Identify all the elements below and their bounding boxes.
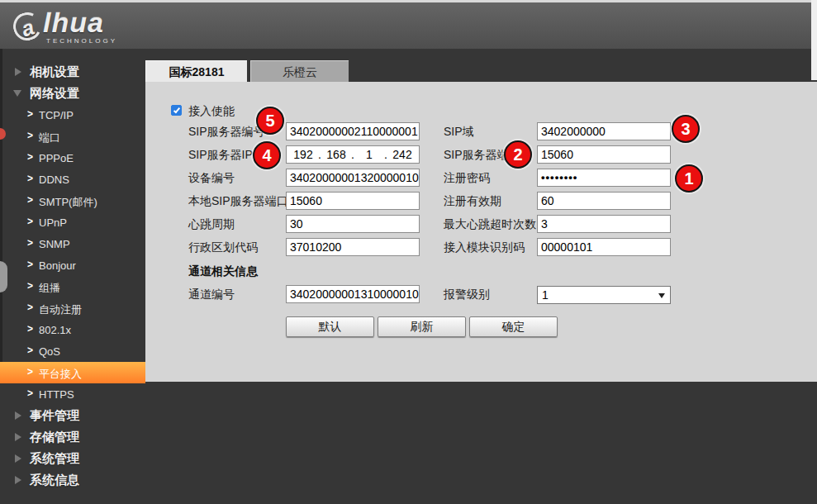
tab-gb28181[interactable]: 国标28181 [145,60,247,82]
alarm-level-label: 报警级别 [444,285,490,303]
chevron-right-icon: > [27,151,33,163]
sidebar-item-label: SNMP [39,238,70,250]
sidebar-group-event[interactable]: 事件管理 [0,405,145,426]
annotation-circle-1: 1 [675,164,703,193]
enable-checkbox-label: 接入使能 [188,104,235,119]
sidebar-item-label: 自动注册 [39,302,82,317]
sidebar-item-qos[interactable]: > QoS [0,340,145,362]
sidebar-item-label: 组播 [39,281,60,296]
sidebar-group-system[interactable]: 系统管理 [0,448,145,469]
sip-server-port-input[interactable]: 15060 [537,145,671,164]
sidebar-item-label: DDNS [39,174,69,186]
heartbeat-period-input[interactable]: 30 [286,215,420,233]
sidebar-group-network[interactable]: 网络设置 [0,83,145,104]
sidebar-item-https[interactable]: > HTTPS [0,383,145,405]
chevron-right-icon: > [27,345,33,356]
sidebar-item-auto-register[interactable]: > 自动注册 [0,297,145,319]
header-band [0,2,817,49]
chevron-right-icon: > [27,280,33,292]
local-sip-port-input[interactable]: 15060 [286,192,420,210]
sidebar-item-pppoe[interactable]: > PPPoE [0,147,145,169]
sip-domain-input[interactable]: 3402000000 [537,122,671,140]
chevron-right-icon: > [27,388,33,399]
chevron-right-icon: > [27,194,33,206]
sidebar-item-upnp[interactable]: > UPnP [0,212,145,233]
sidebar-item-bonjour[interactable]: > Bonjour [0,254,145,276]
ip-octet-4[interactable]: 242 [389,146,416,163]
sip-server-id-input[interactable]: 34020000002110000001 [286,122,420,140]
sidebar-group-label: 网络设置 [30,86,79,102]
sidebar-item-label: PPPoE [39,152,74,164]
sidebar-group-storage[interactable]: 存储管理 [0,426,145,448]
refresh-button[interactable]: 刷新 [378,316,466,337]
sidebar-item-snmp[interactable]: > SNMP [0,233,145,254]
sidebar-item-platform-access[interactable]: > 平台接入 [0,362,145,383]
chevron-right-icon: > [27,237,33,249]
chevron-right-icon: > [27,323,33,335]
access-module-code-input[interactable]: 00000101 [537,238,671,256]
local-sip-port-label: 本地SIP服务器端口 [188,192,288,210]
sidebar-group-label: 系统管理 [30,451,79,467]
sidebar-item-label: 平台接入 [39,367,82,382]
register-valid-input[interactable]: 60 [537,192,671,210]
ip-octet-2[interactable]: 168 [323,146,349,163]
register-password-label: 注册密码 [444,169,490,187]
sidebar-item-smtp[interactable]: > SMTP(邮件) [0,190,145,212]
alarm-level-value: 1 [542,288,549,302]
chevron-right-icon: > [27,216,33,227]
collapsed-triangle-icon [15,433,21,441]
sip-server-ip-input[interactable]: 192 . 168 . 1 . 242 [286,145,420,164]
chevron-right-icon: > [27,173,33,184]
sidebar-group-sysinfo[interactable]: 系统信息 [0,469,145,491]
max-heartbeat-timeout-label: 最大心跳超时次数 [444,215,536,233]
sidebar-item-multicast[interactable]: > 组播 [0,276,145,297]
default-button[interactable]: 默认 [286,316,374,337]
sidebar-item-port[interactable]: > 端口 [0,126,145,147]
sidebar-item-label: SMTP(邮件) [39,195,97,210]
chevron-right-icon: > [27,259,33,270]
max-heartbeat-timeout-input[interactable]: 3 [537,215,671,233]
sidebar-item-label: 端口 [39,131,60,145]
ip-octet-1[interactable]: 192 [290,146,316,163]
chevron-right-icon: > [27,130,33,141]
chevron-right-icon: > [27,108,33,120]
admin-region-code-input[interactable]: 37010200 [286,238,420,256]
dahua-web-config-page: alhua TECHNOLOGY 相机设置 网络设置 > TCP/IP > 端口… [0,0,817,504]
device-id-input[interactable]: 34020000001320000010 [286,169,420,187]
sidebar-item-8021x[interactable]: > 802.1x [0,319,145,340]
collapsed-triangle-icon [15,454,21,463]
sidebar-item-ddns[interactable]: > DDNS [0,169,145,190]
confirm-button[interactable]: 确定 [469,316,558,337]
register-valid-label: 注册有效期 [444,192,501,210]
channel-id-label: 通道编号 [188,285,235,303]
annotation-circle-2: 2 [504,140,532,169]
chevron-right-icon: > [27,302,33,313]
register-password-input[interactable]: •••••••• [537,169,671,187]
scrollbar-strip[interactable] [811,0,817,80]
logo-a-ring: a [10,9,45,45]
chevron-right-icon: > [27,366,33,378]
sidebar-item-label: QoS [39,345,60,358]
tab-lechange[interactable]: 乐橙云 [250,60,349,82]
sidebar-item-tcpip[interactable]: > TCP/IP [0,104,145,126]
dropdown-arrow-icon [658,293,665,298]
alarm-level-select[interactable]: 1 [537,286,671,304]
logo-tagline: TECHNOLOGY [46,37,117,45]
sidebar-group-label: 存储管理 [30,430,79,445]
channel-id-input[interactable]: 34020000001310000010 [286,285,420,303]
sidebar-group-label: 事件管理 [30,408,79,424]
ip-separator: . [382,146,389,163]
sidebar-group-camera[interactable]: 相机设置 [0,61,145,83]
enable-checkbox[interactable] [171,105,182,116]
checkmark-icon [173,107,180,114]
sip-domain-label: SIP域 [444,122,474,140]
expanded-triangle-icon [13,90,21,97]
sidebar-item-label: UPnP [39,216,67,229]
ip-octet-3[interactable]: 1 [356,146,382,163]
collapsed-triangle-icon [15,476,21,484]
annotation-circle-5: 5 [256,107,284,135]
sidebar-item-label: TCP/IP [39,109,74,121]
admin-region-code-label: 行政区划代码 [188,238,258,256]
sidebar-group-label: 系统信息 [30,473,79,488]
sidebar-item-label: Bonjour [39,259,76,272]
